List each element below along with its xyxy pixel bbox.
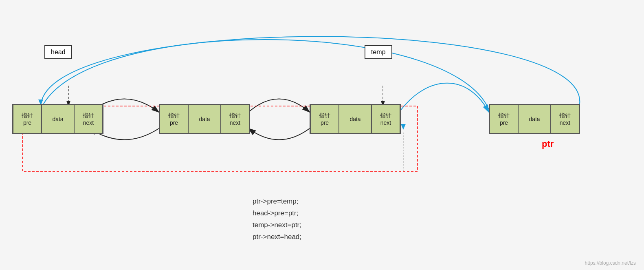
node1-next: 指针next (74, 105, 103, 133)
head-text: head (51, 49, 66, 55)
ptr-label: ptr (542, 139, 554, 149)
node3-data: data (339, 105, 371, 133)
temp-label: temp (365, 45, 392, 59)
code-line-3: temp->next=ptr; (253, 219, 301, 231)
code-line-1: ptr->pre=temp; (253, 196, 301, 208)
code-line-2: head->pre=ptr; (253, 208, 301, 219)
node4-data: data (518, 105, 551, 133)
node2-pre: 指针pre (160, 105, 188, 133)
node1: 指针pre data 指针next (12, 104, 103, 134)
node3-next: 指针next (371, 105, 400, 133)
svg-marker-10 (401, 124, 406, 130)
node2-next: 指针next (221, 105, 249, 133)
code-block: ptr->pre=temp; head->pre=ptr; temp->next… (253, 196, 301, 243)
temp-text: temp (371, 49, 386, 55)
diagram-container: 指针pre data 指针next 指针pre data 指针next 指针pr… (0, 0, 644, 270)
head-label: head (44, 45, 72, 59)
node1-data: data (42, 105, 74, 133)
node3: 指针pre data 指针next (310, 104, 401, 134)
node2-data: data (188, 105, 221, 133)
node4-next: 指针next (551, 105, 579, 133)
node4-pre: 指针pre (490, 105, 518, 133)
node2: 指针pre data 指针next (159, 104, 250, 134)
node4: 指针pre data 指针next (489, 104, 580, 134)
node3-pre: 指针pre (310, 105, 339, 133)
node1-pre: 指针pre (13, 105, 42, 133)
watermark: https://blog.csdn.net/lzs (585, 260, 636, 266)
code-line-4: ptr->next=head; (253, 231, 301, 243)
ptr-text: ptr (542, 139, 554, 149)
